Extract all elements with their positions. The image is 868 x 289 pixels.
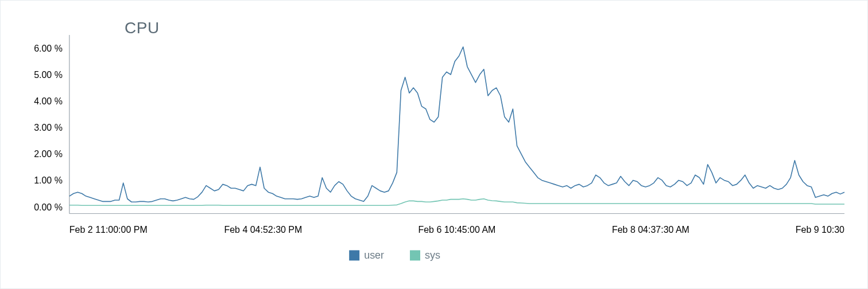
x-tick-label: Feb 9 10:30 xyxy=(796,225,844,235)
y-tick-label: 6.00 % xyxy=(34,44,63,53)
legend: user sys xyxy=(349,249,440,261)
cpu-chart-panel: CPU 0.00 %1.00 %2.00 %3.00 %4.00 %5.00 %… xyxy=(0,0,868,289)
legend-label-sys: sys xyxy=(425,249,440,261)
y-tick-label: 1.00 % xyxy=(34,175,63,185)
x-tick-label: Feb 2 11:00:00 PM xyxy=(69,225,148,235)
y-tick-label: 3.00 % xyxy=(34,123,63,132)
y-tick-label: 0.00 % xyxy=(34,202,63,212)
y-tick-label: 5.00 % xyxy=(34,70,63,80)
y-tick-label: 4.00 % xyxy=(34,96,63,106)
series-line-user xyxy=(69,47,844,202)
x-tick-label: Feb 8 04:37:30 AM xyxy=(612,225,689,235)
y-ticks: 0.00 %1.00 %2.00 %3.00 %4.00 %5.00 %6.00… xyxy=(34,44,76,212)
chart-svg: 0.00 %1.00 %2.00 %3.00 %4.00 %5.00 %6.00… xyxy=(12,12,856,278)
x-ticks: Feb 2 11:00:00 PMFeb 4 04:52:30 PMFeb 6 … xyxy=(69,214,844,235)
x-tick-label: Feb 4 04:52:30 PM xyxy=(224,225,302,235)
y-tick-label: 2.00 % xyxy=(34,149,63,159)
legend-label-user: user xyxy=(364,249,384,261)
legend-swatch-user xyxy=(349,250,359,260)
series-line-sys xyxy=(69,199,844,205)
chart-area: CPU 0.00 %1.00 %2.00 %3.00 %4.00 %5.00 %… xyxy=(12,12,856,277)
legend-swatch-sys xyxy=(410,250,420,260)
x-tick-label: Feb 6 10:45:00 AM xyxy=(418,225,495,235)
